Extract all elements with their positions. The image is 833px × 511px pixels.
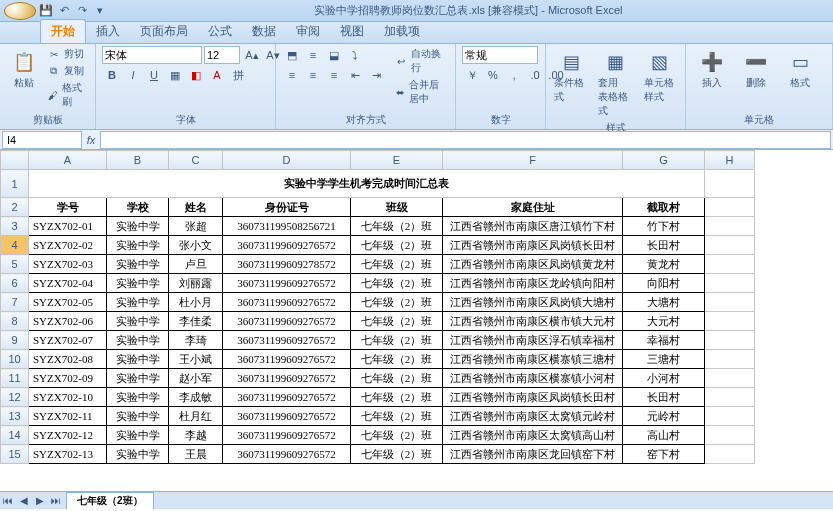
table-cell[interactable]: 王小斌 <box>169 350 223 369</box>
merge-center-button[interactable]: ⬌合并后居中 <box>394 77 449 107</box>
table-cell[interactable]: SYZX702-10 <box>29 388 107 407</box>
table-cell[interactable]: 七年级（2）班 <box>351 369 443 388</box>
table-cell[interactable]: 实验中学 <box>107 217 169 236</box>
row-header[interactable]: 9 <box>1 331 29 350</box>
table-cell[interactable]: 七年级（2）班 <box>351 312 443 331</box>
table-cell[interactable]: 幸福村 <box>623 331 705 350</box>
row-header[interactable]: 6 <box>1 274 29 293</box>
cell[interactable] <box>705 426 755 445</box>
row-header[interactable]: 12 <box>1 388 29 407</box>
table-cell[interactable]: 360731199609276572 <box>223 236 351 255</box>
table-cell[interactable]: 竹下村 <box>623 217 705 236</box>
table-cell[interactable]: 江西省赣州市南康区凤岗镇长田村 <box>443 388 623 407</box>
table-cell[interactable]: SYZX702-12 <box>29 426 107 445</box>
ribbon-tab-3[interactable]: 公式 <box>198 20 242 43</box>
cell[interactable] <box>705 331 755 350</box>
table-cell[interactable]: 长田村 <box>623 388 705 407</box>
tab-nav-last-icon[interactable]: ⏭ <box>48 493 64 509</box>
tab-nav-next-icon[interactable]: ▶ <box>32 493 48 509</box>
italic-button[interactable]: I <box>123 66 143 84</box>
table-cell[interactable]: SYZX702-13 <box>29 445 107 464</box>
table-cell[interactable]: SYZX702-11 <box>29 407 107 426</box>
table-cell[interactable]: 360731199609276572 <box>223 426 351 445</box>
sheet-title-cell[interactable]: 实验中学学生机考完成时间汇总表 <box>29 170 705 198</box>
table-header-cell[interactable]: 班级 <box>351 198 443 217</box>
table-cell[interactable]: 大元村 <box>623 312 705 331</box>
ribbon-tab-4[interactable]: 数据 <box>242 20 286 43</box>
table-cell[interactable]: 360731199609276572 <box>223 331 351 350</box>
table-cell[interactable]: 360731199609276572 <box>223 274 351 293</box>
row-header[interactable]: 13 <box>1 407 29 426</box>
align-middle-icon[interactable]: ≡ <box>303 46 323 64</box>
cell[interactable] <box>705 293 755 312</box>
ribbon-tab-2[interactable]: 页面布局 <box>130 20 198 43</box>
table-cell[interactable]: 江西省赣州市南康区横寨镇三塘村 <box>443 350 623 369</box>
comma-icon[interactable]: , <box>504 66 524 84</box>
format-cells-button[interactable]: ▭格式 <box>780 46 820 92</box>
col-header[interactable]: A <box>29 151 107 170</box>
table-cell[interactable]: 七年级（2）班 <box>351 274 443 293</box>
table-cell[interactable]: 卢旦 <box>169 255 223 274</box>
table-cell[interactable]: 实验中学 <box>107 350 169 369</box>
cell[interactable] <box>705 274 755 293</box>
table-cell[interactable]: 实验中学 <box>107 388 169 407</box>
row-header[interactable]: 3 <box>1 217 29 236</box>
col-header[interactable]: H <box>705 151 755 170</box>
table-cell[interactable]: 江西省赣州市南康区凤岗镇大塘村 <box>443 293 623 312</box>
table-cell[interactable]: 实验中学 <box>107 369 169 388</box>
table-cell[interactable]: 江西省赣州市南康区凤岗镇黄龙村 <box>443 255 623 274</box>
table-cell[interactable]: 江西省赣州市南康区太窝镇高山村 <box>443 426 623 445</box>
delete-cells-button[interactable]: ➖删除 <box>736 46 776 92</box>
ribbon-tab-1[interactable]: 插入 <box>86 20 130 43</box>
table-cell[interactable]: 江西省赣州市南康区龙岭镇向阳村 <box>443 274 623 293</box>
border-button[interactable]: ▦ <box>165 66 185 84</box>
table-cell[interactable]: 七年级（2）班 <box>351 407 443 426</box>
table-cell[interactable]: 实验中学 <box>107 331 169 350</box>
insert-cells-button[interactable]: ➕插入 <box>692 46 732 92</box>
format-table-button[interactable]: ▦套用 表格格式 <box>596 46 636 120</box>
table-cell[interactable]: 360731199609276572 <box>223 293 351 312</box>
table-cell[interactable]: SYZX702-03 <box>29 255 107 274</box>
table-header-cell[interactable]: 身份证号 <box>223 198 351 217</box>
table-cell[interactable]: 王晨 <box>169 445 223 464</box>
table-cell[interactable]: 360731199609276572 <box>223 350 351 369</box>
align-center-icon[interactable]: ≡ <box>303 66 323 84</box>
paste-button[interactable]: 📋 粘贴 <box>6 46 42 92</box>
table-cell[interactable]: 360731199609276572 <box>223 407 351 426</box>
align-bottom-icon[interactable]: ⬓ <box>324 46 344 64</box>
grow-font-icon[interactable]: A▴ <box>242 46 262 64</box>
row-header[interactable]: 11 <box>1 369 29 388</box>
table-cell[interactable]: 黄龙村 <box>623 255 705 274</box>
table-cell[interactable]: SYZX702-06 <box>29 312 107 331</box>
format-painter-button[interactable]: 🖌格式刷 <box>46 80 89 110</box>
table-header-cell[interactable]: 家庭住址 <box>443 198 623 217</box>
table-cell[interactable]: 七年级（2）班 <box>351 236 443 255</box>
cell[interactable] <box>705 445 755 464</box>
orientation-icon[interactable]: ⤵ <box>345 46 365 64</box>
select-all-corner[interactable] <box>1 151 29 170</box>
number-format-combo[interactable]: 常规 <box>462 46 538 64</box>
table-cell[interactable]: 七年级（2）班 <box>351 217 443 236</box>
cell-styles-button[interactable]: ▧单元格 样式 <box>639 46 679 106</box>
table-cell[interactable]: SYZX702-05 <box>29 293 107 312</box>
formula-bar[interactable] <box>100 131 831 149</box>
table-cell[interactable]: 长田村 <box>623 236 705 255</box>
table-cell[interactable]: 李琦 <box>169 331 223 350</box>
table-header-cell[interactable]: 截取村 <box>623 198 705 217</box>
bold-button[interactable]: B <box>102 66 122 84</box>
table-cell[interactable]: 七年级（2）班 <box>351 350 443 369</box>
table-cell[interactable]: 三塘村 <box>623 350 705 369</box>
table-cell[interactable]: 360731199609276572 <box>223 388 351 407</box>
table-header-cell[interactable]: 姓名 <box>169 198 223 217</box>
fill-color-button[interactable]: ◧ <box>186 66 206 84</box>
table-cell[interactable]: 实验中学 <box>107 407 169 426</box>
table-cell[interactable]: 360731199609276572 <box>223 445 351 464</box>
table-cell[interactable]: 赵小军 <box>169 369 223 388</box>
underline-button[interactable]: U <box>144 66 164 84</box>
table-cell[interactable]: 实验中学 <box>107 274 169 293</box>
table-header-cell[interactable]: 学校 <box>107 198 169 217</box>
cell[interactable] <box>705 217 755 236</box>
align-right-icon[interactable]: ≡ <box>324 66 344 84</box>
table-cell[interactable]: 刘丽露 <box>169 274 223 293</box>
table-cell[interactable]: 窑下村 <box>623 445 705 464</box>
